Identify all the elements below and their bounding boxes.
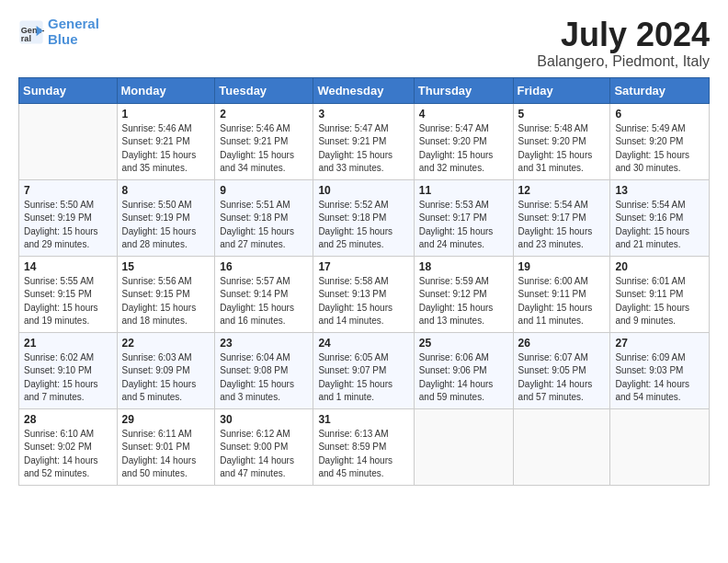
day-info: Sunrise: 5:54 AM Sunset: 9:17 PM Dayligh… (518, 199, 606, 252)
calendar-cell: 8Sunrise: 5:50 AM Sunset: 9:19 PM Daylig… (117, 179, 215, 256)
logo-line1: General (48, 16, 99, 31)
day-number: 13 (615, 184, 704, 197)
calendar-cell: 2Sunrise: 5:46 AM Sunset: 9:21 PM Daylig… (215, 103, 313, 179)
day-info: Sunrise: 6:05 AM Sunset: 9:07 PM Dayligh… (318, 351, 408, 405)
calendar-cell: 11Sunrise: 5:53 AM Sunset: 9:17 PM Dayli… (414, 179, 513, 256)
day-info: Sunrise: 5:47 AM Sunset: 9:20 PM Dayligh… (419, 122, 508, 176)
day-number: 23 (220, 337, 308, 350)
calendar-cell (610, 408, 710, 485)
week-row-1: 1Sunrise: 5:46 AM Sunset: 9:21 PM Daylig… (19, 103, 710, 179)
calendar-cell: 23Sunrise: 6:04 AM Sunset: 9:08 PM Dayli… (215, 332, 313, 408)
day-number: 20 (615, 260, 704, 273)
calendar-cell: 19Sunrise: 6:00 AM Sunset: 9:11 PM Dayli… (513, 256, 610, 332)
day-info: Sunrise: 5:53 AM Sunset: 9:17 PM Dayligh… (419, 199, 508, 252)
day-number: 18 (419, 260, 508, 273)
calendar-cell (513, 408, 610, 485)
calendar-cell: 13Sunrise: 5:54 AM Sunset: 9:16 PM Dayli… (610, 179, 710, 256)
weekday-header-saturday: Saturday (610, 77, 710, 103)
day-number: 30 (220, 413, 308, 426)
calendar-cell: 21Sunrise: 6:02 AM Sunset: 9:10 PM Dayli… (19, 332, 118, 408)
calendar-cell (414, 408, 513, 485)
day-info: Sunrise: 6:09 AM Sunset: 9:03 PM Dayligh… (615, 351, 704, 405)
day-number: 27 (615, 337, 704, 350)
title-block: July 2024 Balangero, Piedmont, Italy (537, 17, 710, 70)
day-number: 9 (220, 184, 308, 197)
day-info: Sunrise: 5:58 AM Sunset: 9:13 PM Dayligh… (318, 275, 408, 328)
day-info: Sunrise: 6:01 AM Sunset: 9:11 PM Dayligh… (615, 275, 704, 328)
day-number: 2 (220, 108, 308, 121)
logo-text: General Blue (48, 17, 99, 47)
calendar-cell: 5Sunrise: 5:48 AM Sunset: 9:20 PM Daylig… (513, 103, 610, 179)
weekday-header-thursday: Thursday (414, 77, 513, 103)
calendar-cell: 31Sunrise: 6:13 AM Sunset: 8:59 PM Dayli… (313, 408, 414, 485)
logo-line2: Blue (48, 31, 78, 47)
day-info: Sunrise: 5:50 AM Sunset: 9:19 PM Dayligh… (24, 199, 112, 252)
calendar-cell: 9Sunrise: 5:51 AM Sunset: 9:18 PM Daylig… (215, 179, 313, 256)
day-number: 31 (318, 413, 408, 426)
day-info: Sunrise: 6:02 AM Sunset: 9:10 PM Dayligh… (24, 351, 112, 405)
calendar-cell: 24Sunrise: 6:05 AM Sunset: 9:07 PM Dayli… (313, 332, 414, 408)
day-info: Sunrise: 5:56 AM Sunset: 9:15 PM Dayligh… (122, 275, 210, 328)
week-row-5: 28Sunrise: 6:10 AM Sunset: 9:02 PM Dayli… (19, 408, 710, 485)
calendar-cell: 27Sunrise: 6:09 AM Sunset: 9:03 PM Dayli… (610, 332, 710, 408)
day-number: 6 (615, 108, 704, 121)
day-info: Sunrise: 6:03 AM Sunset: 9:09 PM Dayligh… (122, 351, 210, 405)
day-info: Sunrise: 6:04 AM Sunset: 9:08 PM Dayligh… (220, 351, 308, 405)
day-number: 11 (419, 184, 508, 197)
calendar-cell: 29Sunrise: 6:11 AM Sunset: 9:01 PM Dayli… (117, 408, 215, 485)
calendar-cell: 25Sunrise: 6:06 AM Sunset: 9:06 PM Dayli… (414, 332, 513, 408)
page: Gene- ral General Blue July 2024 Balange… (0, 0, 728, 563)
day-info: Sunrise: 5:46 AM Sunset: 9:21 PM Dayligh… (220, 122, 308, 176)
calendar-cell: 12Sunrise: 5:54 AM Sunset: 9:17 PM Dayli… (513, 179, 610, 256)
day-number: 1 (122, 108, 210, 121)
calendar-cell: 20Sunrise: 6:01 AM Sunset: 9:11 PM Dayli… (610, 256, 710, 332)
weekday-header-sunday: Sunday (19, 77, 118, 103)
weekday-header-wednesday: Wednesday (313, 77, 414, 103)
weekday-header-row: SundayMondayTuesdayWednesdayThursdayFrid… (19, 77, 710, 103)
day-number: 15 (122, 260, 210, 273)
day-number: 19 (518, 260, 606, 273)
week-row-4: 21Sunrise: 6:02 AM Sunset: 9:10 PM Dayli… (19, 332, 710, 408)
day-number: 10 (318, 184, 408, 197)
day-info: Sunrise: 5:49 AM Sunset: 9:20 PM Dayligh… (615, 122, 704, 176)
day-info: Sunrise: 5:55 AM Sunset: 9:15 PM Dayligh… (24, 275, 112, 328)
main-title: July 2024 (537, 17, 710, 53)
logo-icon: Gene- ral (18, 19, 44, 45)
calendar-cell: 16Sunrise: 5:57 AM Sunset: 9:14 PM Dayli… (215, 256, 313, 332)
weekday-header-tuesday: Tuesday (215, 77, 313, 103)
day-number: 5 (518, 108, 606, 121)
day-info: Sunrise: 5:59 AM Sunset: 9:12 PM Dayligh… (419, 275, 508, 328)
calendar-cell: 6Sunrise: 5:49 AM Sunset: 9:20 PM Daylig… (610, 103, 710, 179)
calendar: SundayMondayTuesdayWednesdayThursdayFrid… (18, 77, 710, 486)
day-number: 7 (24, 184, 112, 197)
day-info: Sunrise: 6:06 AM Sunset: 9:06 PM Dayligh… (419, 351, 508, 405)
weekday-header-monday: Monday (117, 77, 215, 103)
calendar-cell: 3Sunrise: 5:47 AM Sunset: 9:21 PM Daylig… (313, 103, 414, 179)
calendar-cell: 28Sunrise: 6:10 AM Sunset: 9:02 PM Dayli… (19, 408, 118, 485)
calendar-cell: 1Sunrise: 5:46 AM Sunset: 9:21 PM Daylig… (117, 103, 215, 179)
day-info: Sunrise: 5:47 AM Sunset: 9:21 PM Dayligh… (318, 122, 408, 176)
day-number: 24 (318, 337, 408, 350)
day-number: 14 (24, 260, 112, 273)
day-number: 22 (122, 337, 210, 350)
day-info: Sunrise: 5:52 AM Sunset: 9:18 PM Dayligh… (318, 199, 408, 252)
day-info: Sunrise: 5:51 AM Sunset: 9:18 PM Dayligh… (220, 199, 308, 252)
calendar-cell: 17Sunrise: 5:58 AM Sunset: 9:13 PM Dayli… (313, 256, 414, 332)
logo: Gene- ral General Blue (18, 17, 99, 47)
day-info: Sunrise: 6:00 AM Sunset: 9:11 PM Dayligh… (518, 275, 606, 328)
calendar-cell: 30Sunrise: 6:12 AM Sunset: 9:00 PM Dayli… (215, 408, 313, 485)
day-info: Sunrise: 5:50 AM Sunset: 9:19 PM Dayligh… (122, 199, 210, 252)
day-info: Sunrise: 6:11 AM Sunset: 9:01 PM Dayligh… (122, 428, 210, 481)
day-info: Sunrise: 6:13 AM Sunset: 8:59 PM Dayligh… (318, 428, 408, 481)
calendar-cell: 7Sunrise: 5:50 AM Sunset: 9:19 PM Daylig… (19, 179, 118, 256)
week-row-3: 14Sunrise: 5:55 AM Sunset: 9:15 PM Dayli… (19, 256, 710, 332)
day-number: 28 (24, 413, 112, 426)
day-number: 17 (318, 260, 408, 273)
svg-text:ral: ral (21, 33, 31, 42)
day-number: 26 (518, 337, 606, 350)
day-info: Sunrise: 5:57 AM Sunset: 9:14 PM Dayligh… (220, 275, 308, 328)
week-row-2: 7Sunrise: 5:50 AM Sunset: 9:19 PM Daylig… (19, 179, 710, 256)
day-info: Sunrise: 5:46 AM Sunset: 9:21 PM Dayligh… (122, 122, 210, 176)
weekday-header-friday: Friday (513, 77, 610, 103)
day-info: Sunrise: 6:10 AM Sunset: 9:02 PM Dayligh… (24, 428, 112, 481)
